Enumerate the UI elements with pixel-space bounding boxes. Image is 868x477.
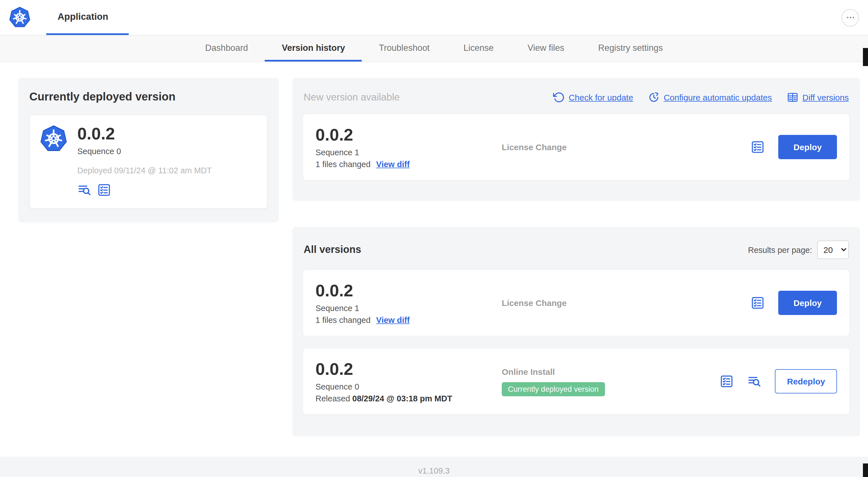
app-subnav: Dashboard Version history Troubleshoot L… [0,35,868,62]
tab-view-files[interactable]: View files [510,35,581,62]
checklist-icon [751,140,765,154]
version-row: 0.0.2 Sequence 0 Released08/29/24 @ 03:1… [303,348,850,415]
configure-automatic-updates-link[interactable]: Configure automatic updates [648,91,772,103]
kubernetes-logo-icon [9,7,30,28]
version-row: 0.0.2 Sequence 1 1 files changed View di… [303,269,850,336]
released-label: Released [315,394,350,403]
kubernetes-app-icon [40,125,67,152]
all-versions-heading: All versions [304,244,361,256]
preflight-checks-button[interactable] [720,374,734,388]
currently-deployed-heading: Currently deployed version [29,90,268,103]
files-changed-text: 1 files changed [315,160,371,169]
view-diff-link[interactable]: View diff [376,160,410,169]
version-sequence: Sequence 1 [315,148,502,157]
deployed-version-card: 0.0.2 Sequence 0 Deployed 09/11/24 @ 11:… [29,115,268,209]
view-logs-button[interactable] [77,183,91,197]
deploy-button[interactable]: Deploy [778,135,837,159]
version-source-label: Online Install [502,367,714,376]
deployed-version-number: 0.0.2 [77,124,212,143]
currently-deployed-badge: Currently deployed version [502,382,605,396]
console-version: v1.109.3 [418,466,450,475]
tab-license[interactable]: License [447,35,511,62]
version-source-label: License Change [502,298,745,308]
version-source-label: License Change [502,142,745,152]
tab-application[interactable]: Application [46,0,129,35]
diff-icon [786,91,798,103]
checklist-icon [751,296,765,310]
view-logs-button[interactable] [747,374,762,388]
view-diff-link[interactable]: View diff [376,316,410,325]
new-version-row: 0.0.2 Sequence 1 1 files changed View di… [303,114,850,181]
deployed-sequence: Sequence 0 [77,147,212,156]
tab-version-history[interactable]: Version history [265,35,362,62]
logs-icon [77,183,91,197]
check-for-update-link[interactable]: Check for update [553,91,633,103]
logs-icon [747,374,762,388]
more-options-button[interactable] [841,9,859,26]
rotate-ccw-icon [553,91,565,103]
app-header: Application [0,0,868,35]
main-content: Currently deployed version 0.0.2 Sequenc… [0,62,868,436]
checklist-icon [97,183,111,197]
new-version-panel: New version available Check for update C… [292,78,860,201]
ellipsis-icon [844,12,856,23]
tab-registry-settings[interactable]: Registry settings [581,35,680,62]
version-number: 0.0.2 [315,281,502,300]
version-number: 0.0.2 [315,125,502,144]
kots-admin-console: Application Dashboard Version history Tr… [0,0,868,477]
all-versions-panel: All versions Results per page: 20 0.0.2 … [292,227,860,436]
version-number: 0.0.2 [315,360,502,378]
version-sequence: Sequence 0 [315,382,502,391]
scrollbar-thumb[interactable] [863,464,868,477]
deployed-timestamp: Deployed 09/11/24 @ 11:02 am MDT [77,166,212,175]
clock-update-icon [648,91,660,103]
deploy-button[interactable]: Deploy [778,291,837,315]
app-footer: v1.109.3 [0,457,868,477]
scrollbar-thumb[interactable] [863,48,868,66]
results-per-page-label: Results per page: [748,245,812,254]
tab-dashboard[interactable]: Dashboard [188,35,265,62]
redeploy-button[interactable]: Redeploy [775,369,837,393]
version-sequence: Sequence 1 [315,304,502,313]
results-per-page-select[interactable]: 20 [817,240,849,259]
currently-deployed-panel: Currently deployed version 0.0.2 Sequenc… [18,78,279,222]
new-version-heading: New version available [304,91,400,103]
preflight-checks-button[interactable] [751,140,765,154]
released-date: 08/29/24 @ 03:18 pm MDT [352,394,452,403]
preflight-checks-button[interactable] [751,296,765,310]
tab-troubleshoot[interactable]: Troubleshoot [362,35,447,62]
app-title: Application [58,11,108,22]
files-changed-text: 1 files changed [315,316,371,325]
checklist-icon [720,374,734,388]
diff-versions-link[interactable]: Diff versions [786,91,849,103]
preflight-checks-button[interactable] [97,183,111,197]
